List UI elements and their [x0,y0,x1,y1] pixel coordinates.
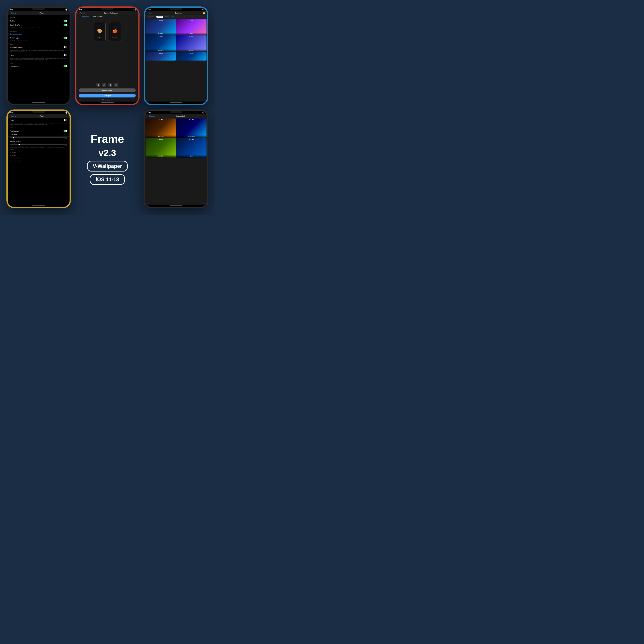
toggle-lpm[interactable] [64,24,67,26]
slider-thumb-alpha[interactable] [13,137,14,138]
signal-icon: ▪▪▪ [200,9,202,11]
nav-title: Choose Wallpapers [85,12,137,14]
cat-item-4[interactable]: 24.21MB 深空漫游6 [176,35,207,52]
brand-section: Frame v2.3 V-Wallpaper iOS 11-13 [75,109,140,208]
toggle-fade[interactable] [64,65,67,67]
signal-icon: ▪▪▪ [132,9,133,11]
setting-sync-ringer[interactable]: Sync Ringer Volume [8,45,70,49]
nav-bar: ‹ < Frame | Choose Wallpapers [76,11,138,15]
phone-wallpapers: 6:06 ▪▪▪ ▾ ▮ ‹ < Frame | Choose Wallpape… [75,6,140,105]
setting-fix-blur-2[interactable]: Fix Blur [8,118,70,122]
section-fade-2: FADE [8,126,70,129]
cat-item-3[interactable]: 6.53MB 2K·光斑3 [146,35,176,52]
notch [32,111,45,113]
notch [32,8,45,10]
nav-bar: ‹ < Catalogue Downloaded [145,114,207,118]
setting-choose-wallpapers[interactable]: Choose Wallpapers [8,32,70,36]
setting-fade-enabled[interactable]: Fade Enabled [8,64,70,68]
wp-preview-home[interactable]: 🍎 Home Screen [109,22,121,41]
cat-tab-anime[interactable]: Anime [164,16,170,18]
audio-lock-btn[interactable]: 🔊 [102,83,106,87]
toggle-ringer[interactable] [64,46,67,48]
brand-title: Frame [91,133,124,145]
setting-pause-apps[interactable]: Pause in Apps [8,36,70,40]
time: 6:19 [148,112,151,114]
nav-back[interactable]: ‹ < Back [147,12,152,14]
battery-icon: ▮ [135,9,136,11]
slider-fade-alpha[interactable]: 0.00 [8,137,70,140]
home-indicator [101,102,114,103]
section-misc: MISC [8,42,70,45]
wallpaper-previews: 🎨 Lock Screen 🍎 Home Screen [76,19,138,82]
delete-home-btn[interactable]: 🗑 [108,83,112,87]
choose-video-btn[interactable]: Choose Video [79,88,136,92]
wp-image-home: 🍎 [109,25,121,37]
setting-disable-lpm[interactable]: Disable On LPM [8,23,70,27]
nav-back[interactable]: ‹ < Frame | [78,12,85,14]
setting-inactivity: Inactivity Duration [8,140,70,143]
time: 6:06 [148,9,151,11]
wifi-icon: ▾ [65,112,66,114]
nav-title: | Frame | [16,12,68,14]
cat-tab-abstract[interactable]: Abstract [156,16,163,18]
folder-icon[interactable]: 📁 [203,12,205,14]
dl-item-1[interactable]: 8.4 MB 窗边少女2 [146,118,176,138]
section-fade: FADE [8,61,70,64]
dl-item-2[interactable]: 44.1 MB 2K·深空漫游6 [176,118,207,138]
audio-home-btn[interactable]: 🔊 [114,83,118,87]
desc-ringer: This option allows you to change the rin… [8,49,70,53]
phone-settings: 6:05 ▪▪▪ ▾ ▮ ‹ < Settings | Frame | MAST… [6,6,71,105]
slider-thumb-inactivity[interactable] [18,144,20,145]
brand-badge-wallpaper: V-Wallpaper [87,161,128,172]
tab-home-screen[interactable]: Home Screen [93,16,103,18]
wifi-icon: ▾ [202,112,203,114]
catalogue-btn[interactable]: Catalogue [79,94,136,97]
notch [170,111,182,113]
setting-fix-blur[interactable]: Fix Blur [8,53,70,57]
section-master: MASTER [8,16,70,19]
cat-tab-more[interactable]: Ga... [171,16,176,18]
nav-bar: ‹ < Settings | Frame | [8,11,70,15]
wifi-icon: ▾ [65,9,66,11]
time: 6:06 [79,9,82,11]
battery-icon: ▮ [66,112,67,114]
toggle-pause[interactable] [64,37,67,39]
setting-fade-enabled-2[interactable]: Fade Enabled [8,129,70,133]
tab-row: Lock Screen Home Screen [76,15,138,19]
desc-lpm: Enable "Disable on LPM" to automatically… [8,27,70,29]
wp-controls: 🗑 🔊 🗑 🔊 [76,82,138,88]
section-wallpapers: WALLPAPERS [8,29,70,32]
toggle-enabled[interactable] [64,20,67,22]
cat-tab-landscapes[interactable]: Landscapes [146,16,155,18]
home-indicator [170,102,182,103]
dl-item-4[interactable]: 34.7 MB 拍岸8 [176,138,207,158]
delete-lock-btn[interactable]: 🗑 [96,83,100,87]
nav-back[interactable]: ‹ < Settings [9,12,16,14]
slider-inactivity[interactable]: 3.00 [8,143,70,147]
setting-enabled[interactable]: Enabled [8,19,70,23]
cat-item-5[interactable]: 41.36MB [146,52,176,61]
cat-item-6[interactable]: 6.87MB [176,52,207,61]
nav-bar: ‹ < Settings | Frame | [8,114,70,118]
wp-preview-lock[interactable]: 🎨 Lock Screen [94,22,106,41]
nav-back[interactable]: ‹ < Catalogue [147,115,155,117]
cat-item-1[interactable]: 12.24MB 数据隧道 [146,19,176,35]
tab-lock-screen[interactable]: Lock Screen [81,16,89,18]
downloaded-screen: 6:19 ▪▪▪ ▾ ▮ ‹ < Catalogue Downloaded 8.… [145,111,207,207]
battery-icon: ▮ [66,9,67,11]
toggle-blur-2[interactable] [64,119,67,121]
notch [101,8,114,10]
cat-item-2[interactable]: 4.45MB 光斑3 [176,19,207,35]
catalogue-content: Landscapes Abstract Anime Ga... 12.24MB … [145,15,207,102]
toggle-blur[interactable] [64,54,67,56]
more-videos-link[interactable]: More Videos >> [76,98,138,102]
setting-respring[interactable]: Respring [8,154,70,157]
toggle-fade-2[interactable] [64,130,67,132]
setting-fade-alpha: Fade Alpha [8,133,70,137]
desc-fix-blur-2: Enable this option if the folders/deck's… [8,122,70,126]
nav-back[interactable]: ‹ < Settings [9,115,16,117]
home-indicator [32,205,45,206]
status-icons: ▪▪▪ ▾ ▮ [63,9,67,11]
dl-item-3[interactable]: 38.8 MB 城市鸟瞰 [146,138,176,158]
status-icons: ▪▪▪ ▾ ▮ [200,9,204,11]
